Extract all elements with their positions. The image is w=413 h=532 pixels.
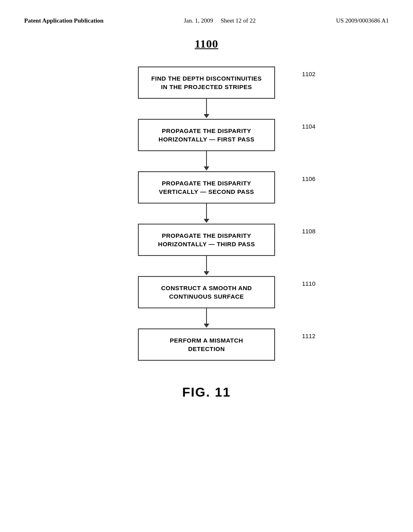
diagram-title: 1100 <box>24 37 389 50</box>
step-label-1106: 1106 <box>302 175 315 182</box>
arrow-head-1 <box>204 114 209 118</box>
arrow-line-2 <box>206 151 207 166</box>
header: Patent Application Publication Jan. 1, 2… <box>24 16 389 25</box>
flow-box-1104: PROPAGATE THE DISPARITYHORIZONTALLY — FI… <box>138 119 275 151</box>
flow-box-1112: PERFORM A MISMATCHDETECTION <box>138 328 275 361</box>
flow-box-1108: PROPAGATE THE DISPARITYHORIZONTALLY — TH… <box>138 224 275 256</box>
arrow-5 <box>204 308 209 328</box>
flow-box-1102: FIND THE DEPTH DISCONTINUITIESIN THE PRO… <box>138 66 275 99</box>
arrow-head-4 <box>204 271 209 275</box>
flow-box-1106: PROPAGATE THE DISPARITYVERTICALLY — SECO… <box>138 171 275 204</box>
flow-row-1102: FIND THE DEPTH DISCONTINUITIESIN THE PRO… <box>86 66 327 99</box>
page: Patent Application Publication Jan. 1, 2… <box>0 0 413 532</box>
step-label-1108: 1108 <box>302 228 315 235</box>
arrow-1 <box>204 99 209 119</box>
header-patent-number: US 2009/0003686 A1 <box>336 16 389 25</box>
flowchart: FIND THE DEPTH DISCONTINUITIESIN THE PRO… <box>86 66 327 361</box>
patent-number: US 2009/0003686 A1 <box>336 17 389 24</box>
arrow-head-3 <box>204 219 209 223</box>
publication-label: Patent Application Publication <box>24 17 104 24</box>
arrow-line-5 <box>206 308 207 324</box>
flow-box-1110: CONSTRUCT A SMOOTH ANDCONTINUOUS SURFACE <box>138 276 275 308</box>
sheet-label: Sheet 12 of 22 <box>221 17 256 24</box>
step-label-1110: 1110 <box>302 280 315 287</box>
flow-row-1104: PROPAGATE THE DISPARITYHORIZONTALLY — FI… <box>86 119 327 151</box>
step-label-1112: 1112 <box>302 332 315 339</box>
figure-caption: FIG. 11 <box>24 385 389 400</box>
arrow-3 <box>204 204 209 224</box>
flow-row-1110: CONSTRUCT A SMOOTH ANDCONTINUOUS SURFACE… <box>86 276 327 308</box>
arrow-4 <box>204 256 209 276</box>
arrow-line-3 <box>206 204 207 219</box>
date-label: Jan. 1, 2009 <box>184 17 213 24</box>
step-label-1104: 1104 <box>302 123 315 130</box>
arrow-2 <box>204 151 209 171</box>
flow-row-1112: PERFORM A MISMATCHDETECTION 1112 <box>86 328 327 361</box>
arrow-head-5 <box>204 324 209 328</box>
flow-row-1108: PROPAGATE THE DISPARITYHORIZONTALLY — TH… <box>86 224 327 256</box>
arrow-head-2 <box>204 166 209 170</box>
header-publication: Patent Application Publication <box>24 16 104 25</box>
arrow-line-1 <box>206 99 207 114</box>
step-label-1102: 1102 <box>302 71 315 77</box>
flow-row-1106: PROPAGATE THE DISPARITYVERTICALLY — SECO… <box>86 171 327 204</box>
header-center: Jan. 1, 2009 Sheet 12 of 22 <box>184 16 256 25</box>
arrow-line-4 <box>206 256 207 271</box>
